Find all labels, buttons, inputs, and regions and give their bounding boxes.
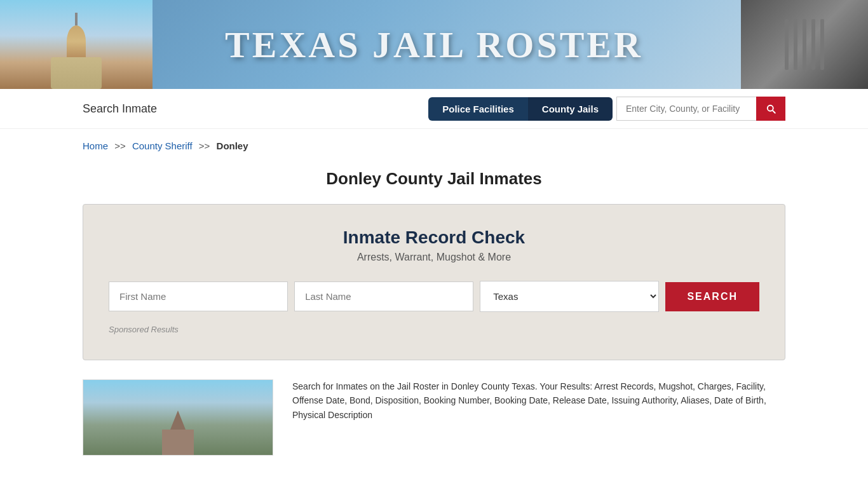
church-body [162, 430, 194, 455]
record-check-subtitle: Arrests, Warrant, Mugshot & More [109, 252, 759, 263]
page-title-section: Donley County Jail Inmates [0, 158, 868, 204]
search-icon [765, 103, 776, 114]
site-title: Texas Jail Roster [60, 24, 808, 66]
record-form: AlabamaAlaskaArizonaArkansasCaliforniaCo… [109, 281, 759, 312]
church-steeple [170, 410, 186, 430]
jail-bar [820, 19, 824, 70]
breadcrumb-sep-1: >> [114, 140, 126, 151]
navbar: Search Inmate Police Facilities County J… [0, 89, 868, 129]
police-facilities-button[interactable]: Police Facilities [428, 97, 528, 121]
bottom-image [83, 379, 273, 456]
bottom-section: Search for Inmates on the Jail Roster in… [0, 379, 868, 475]
breadcrumb: Home >> County Sheriff >> Donley [0, 129, 868, 158]
header-banner: Texas Jail Roster [0, 0, 868, 89]
church-image [162, 410, 194, 455]
facility-search-wrapper [616, 97, 785, 121]
breadcrumb-county-sheriff[interactable]: County Sheriff [132, 140, 193, 151]
page-title: Donley County Jail Inmates [0, 169, 868, 189]
breadcrumb-sep-2: >> [199, 140, 210, 151]
record-search-button[interactable]: SEARCH [665, 282, 759, 311]
search-inmate-label: Search Inmate [83, 102, 157, 115]
navbar-right: Police Facilities County Jails [428, 97, 785, 121]
first-name-input[interactable] [109, 281, 288, 311]
breadcrumb-current: Donley [217, 140, 248, 151]
facility-search-button[interactable] [756, 97, 785, 121]
breadcrumb-home[interactable]: Home [83, 140, 108, 151]
county-jails-button[interactable]: County Jails [528, 97, 613, 121]
record-check-title: Inmate Record Check [109, 227, 759, 248]
state-select[interactable]: AlabamaAlaskaArizonaArkansasCaliforniaCo… [480, 281, 659, 312]
navbar-left: Search Inmate [83, 102, 416, 116]
facility-search-input[interactable] [616, 97, 756, 121]
last-name-input[interactable] [294, 281, 473, 311]
sponsored-results: Sponsored Results [109, 325, 759, 334]
jail-bar [811, 19, 815, 70]
bottom-description: Search for Inmates on the Jail Roster in… [292, 379, 785, 422]
record-check-box: Inmate Record Check Arrests, Warrant, Mu… [83, 204, 785, 360]
